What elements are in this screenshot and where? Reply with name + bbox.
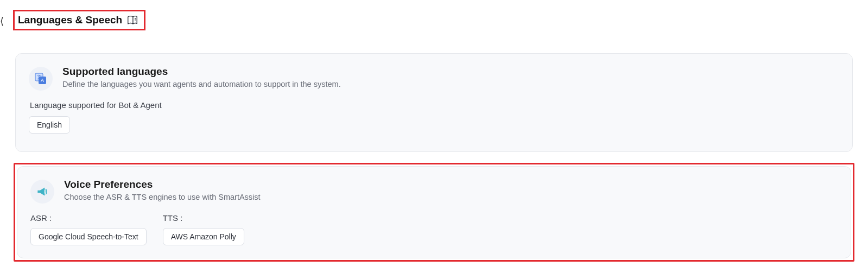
svg-point-0 <box>135 18 136 19</box>
back-chevron-fragment: ⟨ <box>0 15 4 27</box>
asr-group: ASR : Google Cloud Speech-to-Text <box>30 213 147 245</box>
voice-preferences-description: Choose the ASR & TTS engines to use with… <box>64 193 261 201</box>
voice-preferences-highlight: Voice Preferences Choose the ASR & TTS e… <box>14 163 854 262</box>
card-title-block: Supported languages Define the languages… <box>62 66 341 88</box>
voice-preferences-title: Voice Preferences <box>64 179 261 191</box>
card-header: Voice Preferences Choose the ASR & TTS e… <box>30 179 838 204</box>
tts-label: TTS : <box>163 213 244 223</box>
voice-preferences-card: Voice Preferences Choose the ASR & TTS e… <box>17 166 851 258</box>
svg-rect-1 <box>135 19 136 21</box>
language-chip-row: English <box>29 116 839 134</box>
supported-languages-title: Supported languages <box>62 66 341 78</box>
megaphone-icon <box>30 180 54 204</box>
tts-value-chip[interactable]: AWS Amazon Polly <box>163 228 244 245</box>
card-title-block: Voice Preferences Choose the ASR & TTS e… <box>64 179 261 201</box>
card-header: 文 A Supported languages Define the langu… <box>29 66 839 91</box>
book-icon <box>126 14 138 26</box>
asr-value-chip[interactable]: Google Cloud Speech-to-Text <box>30 228 147 245</box>
language-chip-english[interactable]: English <box>29 116 70 134</box>
voice-settings-row: ASR : Google Cloud Speech-to-Text TTS : … <box>30 213 838 245</box>
supported-languages-description: Define the languages you want agents and… <box>62 80 341 88</box>
page-title: Languages & Speech <box>18 14 122 26</box>
svg-text:A: A <box>41 78 44 83</box>
tts-group: TTS : AWS Amazon Polly <box>163 213 244 245</box>
translate-icon: 文 A <box>29 67 53 91</box>
page-header: Languages & Speech <box>13 10 145 30</box>
asr-label: ASR : <box>30 213 147 223</box>
supported-languages-card: 文 A Supported languages Define the langu… <box>15 53 853 152</box>
supported-language-subheading: Language supported for Bot & Agent <box>30 100 839 110</box>
